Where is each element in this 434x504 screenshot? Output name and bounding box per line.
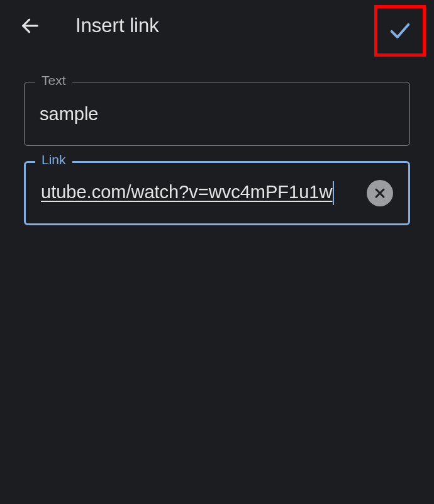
link-input-value: utube.com/watch?v=wvc4mPF1u1w <box>41 181 357 205</box>
close-icon <box>372 186 387 201</box>
page-title: Insert link <box>75 14 159 37</box>
form-container: Text sample Link utube.com/watch?v=wvc4m… <box>0 52 434 225</box>
link-input[interactable]: utube.com/watch?v=wvc4mPF1u1w <box>24 161 410 225</box>
text-field-label: Text <box>35 73 72 88</box>
text-input[interactable]: sample <box>24 82 410 146</box>
text-cursor <box>333 181 334 205</box>
arrow-left-icon <box>19 15 41 36</box>
link-field-group: Link utube.com/watch?v=wvc4mPF1u1w <box>24 161 410 225</box>
back-button[interactable] <box>18 13 43 38</box>
clear-button[interactable] <box>367 180 393 206</box>
text-input-value: sample <box>40 104 394 125</box>
text-field-group: Text sample <box>24 82 410 146</box>
confirm-highlight-box <box>374 5 426 57</box>
check-icon <box>387 18 413 43</box>
confirm-button[interactable] <box>387 18 413 43</box>
header: Insert link <box>0 0 434 52</box>
link-field-label: Link <box>35 152 72 167</box>
